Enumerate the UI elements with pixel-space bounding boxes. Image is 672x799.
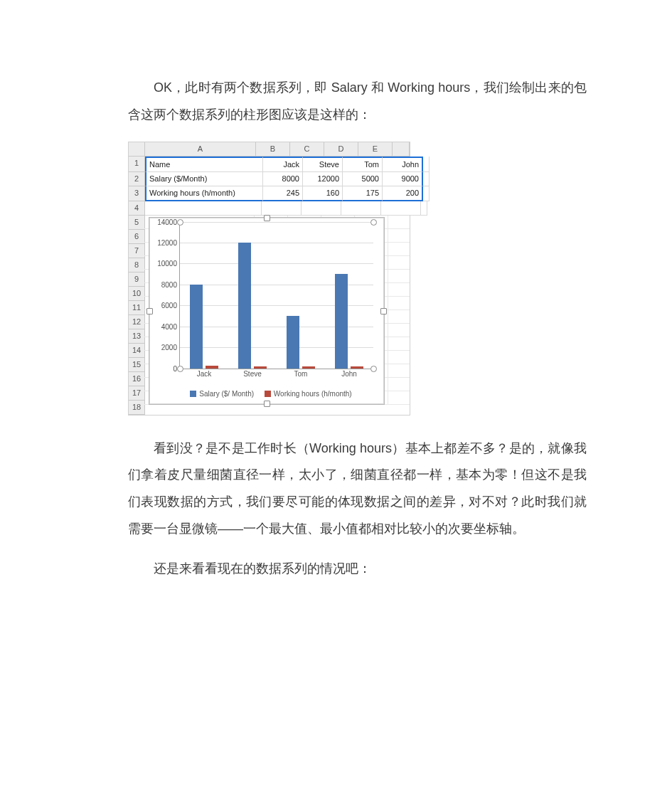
chart-y-tick-label: 0 xyxy=(142,361,177,376)
legend-swatch-2-icon xyxy=(265,391,271,397)
cell-blank[interactable] xyxy=(421,201,427,216)
plot-selection-handle-icon[interactable] xyxy=(370,219,377,226)
cell-A1[interactable]: Name xyxy=(145,157,263,172)
cell-E2[interactable]: 9000 xyxy=(383,172,423,186)
chart-y-tick-label: 12000 xyxy=(142,236,177,250)
chart-y-tick-label: 10000 xyxy=(142,256,177,271)
chart-y-tick-label: 14000 xyxy=(142,214,177,229)
chart-y-tick-label: 8000 xyxy=(142,277,177,292)
select-all-corner[interactable] xyxy=(129,142,145,157)
cell-A2[interactable]: Salary ($/Month) xyxy=(145,172,263,186)
row-header-17[interactable]: 17 xyxy=(129,386,145,401)
chart-gridline xyxy=(180,243,373,243)
cell-B1[interactable]: Jack xyxy=(263,157,303,172)
cell-blank[interactable] xyxy=(381,201,421,216)
chart-bar[interactable] xyxy=(335,274,348,368)
cell-B3[interactable]: 245 xyxy=(263,186,303,201)
spreadsheet: A B C D E 1 Name Jack Steve Tom John 2 S… xyxy=(128,142,410,416)
table-row: 3 Working hours (h/month) 245 160 175 20… xyxy=(129,186,410,201)
cell-blank[interactable] xyxy=(423,186,430,201)
cell-C1[interactable]: Steve xyxy=(303,157,343,172)
resize-handle-s-icon[interactable] xyxy=(264,401,270,407)
resize-handle-e-icon[interactable] xyxy=(380,308,387,314)
chart-x-tick-label: Jack xyxy=(183,366,225,381)
col-header-D[interactable]: D xyxy=(324,142,358,157)
chart-x-tick-label: Steve xyxy=(231,366,274,381)
row-header-2[interactable]: 2 xyxy=(129,172,145,186)
col-header-A[interactable]: A xyxy=(145,142,256,157)
chart-plot-area[interactable]: 02000400060008000100001200014000JackStev… xyxy=(179,222,373,369)
table-row: 2 Salary ($/Month) 8000 12000 5000 9000 xyxy=(129,172,410,186)
legend-swatch-1-icon xyxy=(190,391,196,397)
chart-bar[interactable] xyxy=(190,285,203,369)
legend-label-2: Working hours (h/month) xyxy=(274,390,352,398)
row-header-4[interactable]: 4 xyxy=(129,201,145,216)
cell-E3[interactable]: 200 xyxy=(383,186,423,201)
cell-D2[interactable]: 5000 xyxy=(343,172,383,186)
cell-A3[interactable]: Working hours (h/month) xyxy=(145,186,263,201)
row-header-3[interactable]: 3 xyxy=(129,186,145,201)
chart-x-tick-label: John xyxy=(328,366,370,381)
chart-row-zone: 5 6 7 8 9 10 11 12 13 14 15 16 17 18 xyxy=(129,216,410,415)
chart-bar[interactable] xyxy=(238,243,251,369)
cell-blank[interactable] xyxy=(302,201,341,216)
cell-blank[interactable] xyxy=(262,201,302,216)
table-row: 1 Name Jack Steve Tom John xyxy=(129,157,410,172)
legend-label-1: Salary ($/ Month) xyxy=(199,390,254,398)
cell-blank[interactable] xyxy=(145,201,262,216)
resize-handle-n-icon[interactable] xyxy=(264,215,270,221)
chart-bar[interactable] xyxy=(287,316,299,369)
plot-selection-handle-icon[interactable] xyxy=(177,366,183,372)
cell-blank[interactable] xyxy=(341,201,381,216)
chart-gridline xyxy=(180,263,373,264)
plot-selection-handle-icon[interactable] xyxy=(370,366,377,372)
excel-screenshot: A B C D E 1 Name Jack Steve Tom John 2 S… xyxy=(128,142,587,416)
chart-x-tick-label: Tom xyxy=(279,366,322,381)
paragraph-2: 看到没？是不是工作时长（Working hours）基本上都差不多？是的，就像我… xyxy=(128,435,587,543)
document-page: OK，此时有两个数据系列，即 Salary 和 Working hours，我们… xyxy=(0,0,672,799)
paragraph-3: 还是来看看现在的数据系列的情况吧： xyxy=(128,556,587,583)
col-header-E[interactable]: E xyxy=(358,142,393,157)
cell-D3[interactable]: 175 xyxy=(343,186,383,201)
table-row: 4 xyxy=(129,201,410,216)
plot-selection-handle-icon[interactable] xyxy=(177,219,183,226)
col-header-extra xyxy=(393,142,410,157)
chart-gridline xyxy=(180,222,373,223)
cell-B2[interactable]: 8000 xyxy=(263,172,303,186)
chart-canvas-zone[interactable]: 02000400060008000100001200014000JackStev… xyxy=(144,216,410,405)
cell-C3[interactable]: 160 xyxy=(303,186,343,201)
chart-y-tick-label: 4000 xyxy=(142,319,177,334)
cell-C2[interactable]: 12000 xyxy=(303,172,343,186)
chart-y-tick-label: 2000 xyxy=(142,340,177,355)
row-header-1[interactable]: 1 xyxy=(129,157,145,172)
paragraph-1: OK，此时有两个数据系列，即 Salary 和 Working hours，我们… xyxy=(128,75,587,129)
col-header-C[interactable]: C xyxy=(290,142,324,157)
embedded-chart[interactable]: 02000400060008000100001200014000JackStev… xyxy=(149,217,385,405)
chart-legend[interactable]: Salary ($/ Month) Working hours (h/month… xyxy=(149,386,384,401)
row-header-18[interactable]: 18 xyxy=(129,401,145,415)
column-header-row: A B C D E xyxy=(129,142,410,157)
cell-D1[interactable]: Tom xyxy=(343,157,383,172)
cell-blank[interactable] xyxy=(423,172,430,186)
cell-E1[interactable]: John xyxy=(383,157,423,172)
col-header-B[interactable]: B xyxy=(256,142,290,157)
chart-y-tick-label: 6000 xyxy=(142,298,177,313)
cell-blank[interactable] xyxy=(423,157,430,172)
